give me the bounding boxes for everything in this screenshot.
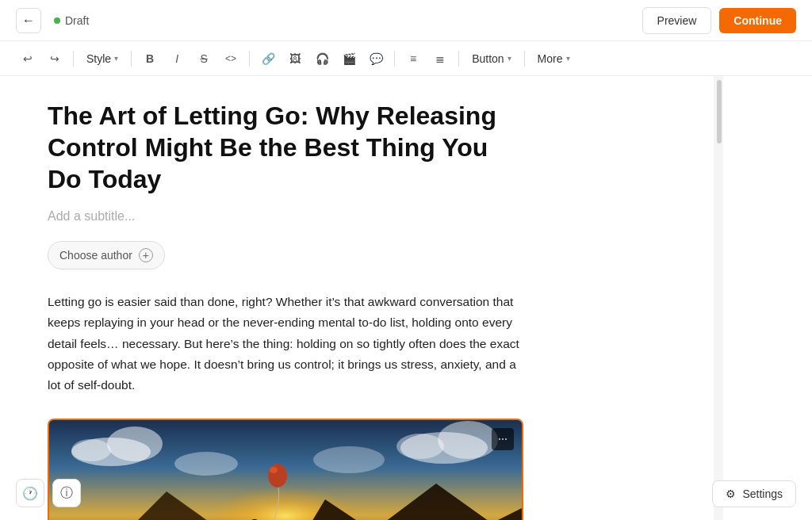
chevron-down-icon-3: ▾ [566, 54, 570, 63]
svg-point-7 [396, 434, 444, 459]
strikethrough-button[interactable]: S [192, 47, 216, 71]
continue-button[interactable]: Continue [719, 8, 796, 33]
back-button[interactable]: ← [16, 8, 41, 33]
top-bar: ← Draft Preview Continue [0, 0, 812, 41]
svg-point-4 [71, 439, 111, 461]
ordered-list-button[interactable]: ≣ [428, 47, 452, 71]
svg-point-17 [270, 467, 278, 473]
info-button[interactable]: ⓘ [52, 479, 81, 507]
toolbar-divider-6 [524, 51, 525, 67]
main-content: The Art of Letting Go: Why Releasing Con… [0, 76, 812, 520]
toolbar-divider-3 [249, 51, 250, 67]
article-title[interactable]: The Art of Letting Go: Why Releasing Con… [48, 100, 523, 195]
image-menu-button[interactable]: ⋯ [492, 428, 514, 450]
draft-badge: Draft [54, 14, 89, 27]
bold-button[interactable]: B [138, 47, 162, 71]
svg-point-8 [174, 452, 238, 476]
subtitle-placeholder[interactable]: Add a subtitle... [48, 209, 666, 224]
video-button[interactable]: 🎬 [337, 47, 361, 71]
draft-label: Draft [65, 14, 89, 27]
toolbar: ↩ ↪ Style ▾ B I S <> 🔗 🖼 🎧 🎬 💬 ≡ ≣ Butto… [0, 41, 812, 76]
toolbar-divider-1 [73, 51, 74, 67]
scrollbar-thumb [717, 80, 722, 143]
more-dropdown[interactable]: More ▾ [531, 49, 576, 68]
toolbar-divider-5 [458, 51, 459, 67]
toolbar-divider-2 [131, 51, 132, 67]
comment-button[interactable]: 💬 [364, 47, 388, 71]
bottom-left-icons: 🕐 ⓘ [16, 479, 81, 507]
image-container: ⋯ ‹ › [48, 419, 523, 520]
preview-button[interactable]: Preview [642, 7, 712, 34]
top-bar-right: Preview Continue [642, 7, 796, 34]
svg-point-16 [268, 464, 287, 488]
history-button[interactable]: 🕐 [16, 479, 44, 507]
draft-dot [54, 17, 60, 24]
settings-button[interactable]: ⚙ Settings [712, 480, 796, 507]
link-button[interactable]: 🔗 [256, 47, 280, 71]
image-button[interactable]: 🖼 [283, 47, 307, 71]
svg-point-6 [438, 421, 498, 459]
article-body: Letting go is easier said than done, rig… [48, 292, 523, 396]
button-dropdown[interactable]: Button ▾ [465, 49, 517, 68]
svg-point-3 [107, 426, 163, 461]
image-placeholder: ⋯ ‹ › [49, 420, 522, 520]
scrollbar[interactable] [714, 76, 723, 520]
settings-icon: ⚙ [726, 488, 736, 500]
plus-icon: + [139, 248, 153, 262]
svg-point-9 [313, 446, 385, 473]
chevron-down-icon: ▾ [114, 54, 118, 63]
settings-label: Settings [742, 488, 783, 500]
italic-button[interactable]: I [165, 47, 189, 71]
toolbar-divider-4 [394, 51, 395, 67]
redo-button[interactable]: ↪ [43, 47, 67, 71]
choose-author-button[interactable]: Choose author + [48, 241, 165, 270]
scene-svg [49, 420, 522, 520]
editor-area[interactable]: The Art of Letting Go: Why Releasing Con… [0, 76, 714, 520]
unordered-list-button[interactable]: ≡ [401, 47, 425, 71]
style-dropdown[interactable]: Style ▾ [80, 49, 124, 68]
chevron-down-icon-2: ▾ [508, 54, 511, 63]
choose-author-label: Choose author [59, 249, 132, 262]
top-bar-left: ← Draft [16, 8, 89, 33]
undo-button[interactable]: ↩ [16, 47, 40, 71]
audio-button[interactable]: 🎧 [310, 47, 334, 71]
code-button[interactable]: <> [219, 47, 243, 71]
